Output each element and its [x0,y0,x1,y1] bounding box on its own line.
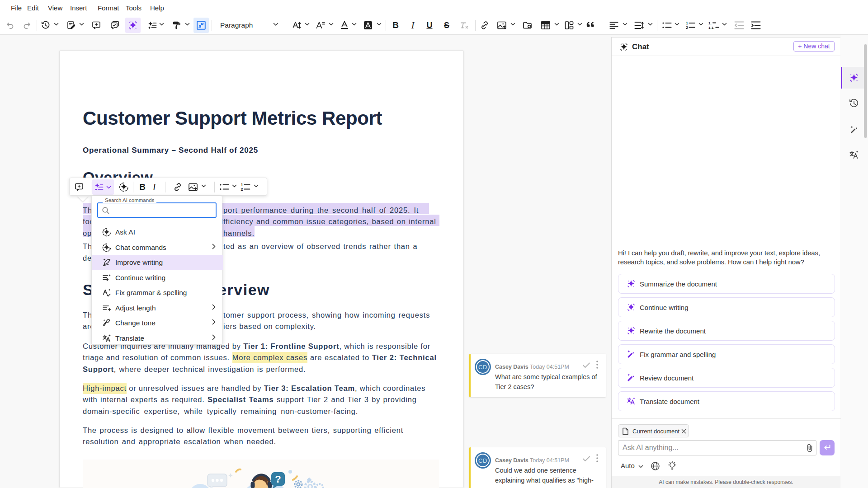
svg-text:2: 2 [686,25,688,30]
svg-text:2: 2 [241,187,243,192]
svg-text:1.1.: 1.1. [708,26,714,30]
svg-text:1.: 1. [708,21,712,25]
svg-text:?: ? [275,474,281,485]
svg-text:1: 1 [241,183,243,187]
svg-text:1: 1 [686,21,688,25]
